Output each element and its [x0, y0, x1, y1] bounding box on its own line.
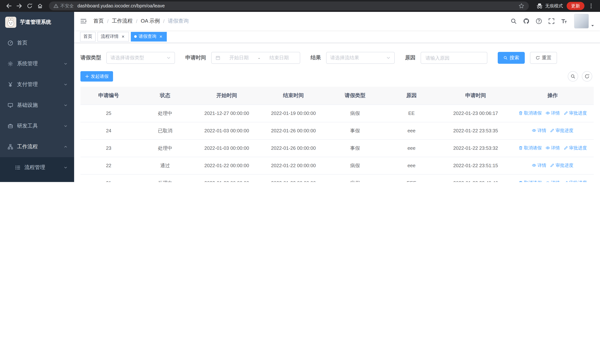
breadcrumb-separator: / — [136, 18, 138, 24]
table-row[interactable]: 21处理中2022-01-22 00:00:002022-01-23 00:00… — [80, 174, 594, 182]
result-select[interactable]: 请选择流结果 — [326, 52, 395, 64]
tab-home[interactable]: 首页 — [80, 32, 96, 41]
menu-fold-icon — [80, 18, 87, 24]
column-header: 状态 — [137, 87, 193, 104]
cell-leave-type: 病假 — [327, 104, 383, 122]
sidebar-item-dev-tools[interactable]: 研发工具 — [0, 116, 74, 136]
browser-reload-button[interactable] — [24, 1, 35, 11]
browser-back-button[interactable] — [4, 1, 14, 11]
cell-status: 处理中 — [137, 139, 193, 157]
sidebar-item-workflow[interactable]: 工作流程 — [0, 136, 74, 157]
address-bar[interactable]: 不安全 dashboard.yudao.iocoder.cn/bpm/oa/le… — [49, 1, 529, 10]
table-row[interactable]: 22通过2022-01-22 00:00:002022-01-22 00:00:… — [80, 157, 594, 174]
progress-action[interactable]: 审批进度 — [550, 128, 573, 134]
sidebar-item-label: 基础设施 — [17, 102, 38, 109]
progress-action[interactable]: 审批进度 — [563, 110, 587, 116]
user-avatar[interactable] — [574, 14, 589, 28]
browser-forward-button[interactable] — [14, 1, 24, 11]
sidebar-item-process-management[interactable]: 流程管理 — [0, 157, 74, 178]
cell-start-time: 2022-01-03 00:00:00 — [193, 139, 260, 157]
progress-action[interactable]: 审批进度 — [550, 162, 573, 169]
cell-status: 已取消 — [137, 122, 193, 139]
chevron-down-icon — [64, 166, 67, 169]
reason-input[interactable] — [425, 55, 483, 61]
table-row[interactable]: 25处理中2021-12-27 00:00:002022-01-19 00:00… — [80, 104, 594, 122]
refresh-table-button[interactable] — [582, 71, 592, 82]
search-icon — [570, 74, 576, 79]
sidebar-item-label: 系统管理 — [17, 60, 38, 67]
sidebar-item-label: 研发工具 — [17, 123, 38, 129]
action-label: 审批进度 — [569, 110, 587, 116]
result-field: 结果 请选择流结果 — [310, 52, 395, 64]
cell-reason: eee — [383, 139, 440, 157]
delete-icon — [518, 111, 523, 115]
reset-button[interactable]: 重置 — [530, 52, 557, 64]
progress-action[interactable]: 审批进度 — [563, 180, 587, 182]
search-button-label: 搜索 — [510, 55, 519, 61]
browser-update-button[interactable]: 更新 — [567, 2, 584, 10]
tab-label: 流程详情 — [101, 33, 119, 40]
table-row[interactable]: 24已取消2022-01-03 00:00:002022-01-26 00:00… — [80, 122, 594, 139]
column-header: 操作 — [512, 87, 594, 104]
cell-actions: 取消请假详情审批进度 — [512, 104, 594, 122]
refresh-icon — [584, 74, 590, 79]
cell-status: 处理中 — [137, 104, 193, 122]
detail-action[interactable]: 详情 — [545, 145, 560, 151]
security-status[interactable]: 不安全 — [53, 3, 74, 9]
column-header: 开始时间 — [193, 87, 260, 104]
breadcrumb-item[interactable]: 首页 — [94, 18, 104, 24]
apply-time-range-picker[interactable]: 开始日期 - 结束日期 — [211, 52, 300, 64]
fullscreen-button[interactable] — [545, 12, 558, 30]
search-button[interactable]: 搜索 — [498, 52, 525, 64]
leave-type-field: 请假类型 请选择请假类型 — [80, 52, 175, 64]
cell-id: 21 — [80, 174, 137, 182]
font-size-button[interactable] — [558, 12, 570, 30]
tab-leave-query[interactable]: 请假查询× — [131, 32, 167, 41]
toggle-search-button[interactable] — [568, 71, 578, 82]
detail-action[interactable]: 详情 — [545, 180, 560, 182]
progress-action[interactable]: 审批进度 — [563, 145, 587, 151]
github-button[interactable] — [520, 12, 533, 30]
close-icon[interactable]: × — [158, 34, 163, 39]
chevron-down-icon — [64, 124, 67, 128]
breadcrumb-item[interactable]: OA 示例 — [141, 18, 160, 24]
sidebar-item-system-management[interactable]: 系统管理 — [0, 53, 74, 74]
leave-type-select[interactable]: 请选择请假类型 — [106, 52, 175, 64]
leave-type-label: 请假类型 — [80, 55, 101, 61]
cell-reason: eee — [383, 157, 440, 174]
chevron-down-icon — [64, 103, 67, 107]
cancel-action[interactable]: 取消请假 — [518, 180, 542, 182]
action-label: 取消请假 — [524, 180, 542, 182]
column-header: 请假类型 — [327, 87, 383, 104]
cell-leave-type: 事假 — [327, 139, 383, 157]
sidebar-item-home[interactable]: 首页 — [0, 33, 74, 53]
sidebar-toggle-button[interactable] — [74, 18, 93, 24]
sidebar-item-infrastructure[interactable]: 基础设施 — [0, 95, 74, 116]
forward-icon — [16, 3, 23, 9]
header-search-button[interactable] — [507, 12, 520, 30]
detail-action[interactable]: 详情 — [532, 128, 546, 134]
bookmark-star-icon[interactable] — [518, 3, 525, 9]
create-leave-button[interactable]: 发起请假 — [80, 71, 113, 82]
action-label: 取消请假 — [524, 145, 542, 151]
breadcrumb-item[interactable]: 工作流程 — [112, 18, 133, 24]
browser-home-button[interactable] — [35, 1, 45, 11]
tab-process-detail[interactable]: 流程详情× — [97, 32, 129, 41]
cancel-action[interactable]: 取消请假 — [518, 145, 542, 151]
delete-icon — [518, 146, 523, 150]
detail-action[interactable]: 详情 — [532, 162, 546, 169]
sidebar-item-payment-management[interactable]: 支付管理 — [0, 74, 74, 95]
caret-down-icon[interactable] — [590, 23, 595, 28]
sidebar-item-task-management[interactable]: 任务管理 — [0, 178, 74, 182]
table-row[interactable]: 23处理中2022-01-03 00:00:002022-01-26 00:00… — [80, 139, 594, 157]
cell-apply-time: 2022-01-22 23:53:35 — [440, 122, 512, 139]
cell-id: 25 — [80, 104, 137, 122]
detail-action[interactable]: 详情 — [545, 110, 560, 116]
tab-label: 首页 — [83, 33, 92, 40]
browser-menu-button[interactable] — [586, 1, 596, 11]
cancel-action[interactable]: 取消请假 — [518, 110, 542, 116]
create-leave-label: 发起请假 — [91, 73, 109, 80]
action-label: 详情 — [551, 110, 560, 116]
help-button[interactable] — [533, 12, 545, 30]
close-icon[interactable]: × — [121, 34, 126, 39]
